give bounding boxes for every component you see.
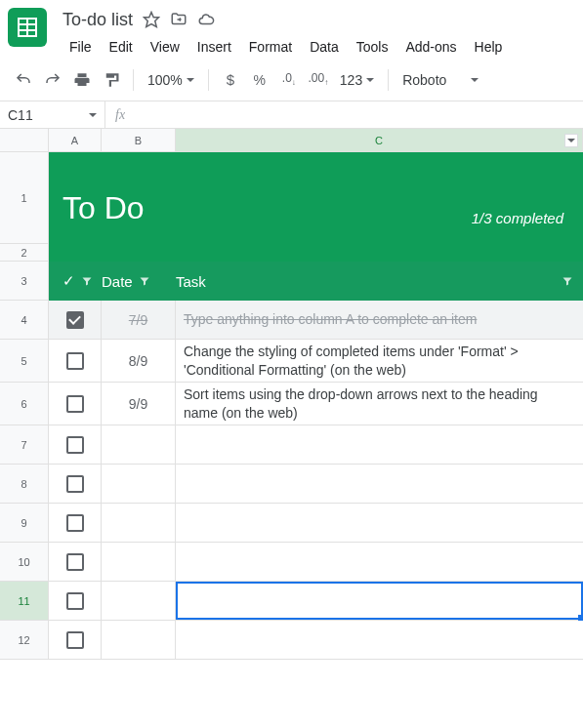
row-header-1[interactable]: 1 [0, 152, 49, 244]
cell-check[interactable] [49, 383, 102, 425]
row-header-6[interactable]: 6 [0, 383, 49, 425]
row-header-8[interactable]: 8 [0, 465, 49, 504]
format-percent-button[interactable]: % [246, 66, 273, 94]
menu-format[interactable]: Format [242, 35, 299, 59]
cell-check[interactable] [49, 543, 102, 581]
cell-date[interactable] [102, 621, 176, 659]
checkbox[interactable] [66, 553, 84, 571]
cell-date[interactable] [102, 582, 176, 620]
row-header-5[interactable]: 5 [0, 340, 49, 383]
table-row [49, 504, 583, 543]
cell-task[interactable]: Change the styling of completed items un… [176, 340, 583, 382]
completed-count: 1/3 completed [472, 210, 563, 226]
row-header-2[interactable]: 2 [0, 244, 49, 262]
row-header-7[interactable]: 7 [0, 425, 49, 465]
redo-button[interactable] [39, 66, 66, 94]
undo-button[interactable] [10, 66, 37, 94]
cell-task[interactable] [176, 504, 583, 542]
spacer-row[interactable] [49, 244, 583, 262]
sheet-title: To Do [62, 190, 145, 226]
cell-date[interactable]: 7/9 [102, 301, 176, 339]
menu-tools[interactable]: Tools [350, 35, 396, 59]
checkbox[interactable] [66, 475, 84, 493]
date-header: Date [102, 273, 133, 290]
cell-task[interactable] [176, 582, 583, 620]
cell-task[interactable]: Type anything into column A to complete … [176, 301, 583, 339]
cell-date[interactable] [102, 543, 176, 581]
format-currency-button[interactable]: $ [217, 66, 244, 94]
column-header-b[interactable]: B [102, 129, 176, 152]
name-box[interactable]: C11 [0, 101, 105, 128]
checkbox[interactable] [66, 514, 84, 532]
table-row [49, 621, 583, 660]
filter-icon[interactable] [139, 275, 150, 287]
cell-date[interactable]: 8/9 [102, 340, 176, 382]
cell-check[interactable] [49, 340, 102, 382]
cell-date[interactable] [102, 465, 176, 503]
task-header: Task [176, 273, 206, 290]
table-row: 8/9Change the styling of completed items… [49, 340, 583, 383]
checkbox[interactable] [66, 311, 84, 329]
cell-task[interactable] [176, 543, 583, 581]
menu-file[interactable]: File [62, 35, 99, 59]
fx-icon: fx [105, 107, 135, 123]
table-row [49, 543, 583, 582]
row-header-11[interactable]: 11 [0, 582, 49, 621]
cell-check[interactable] [49, 504, 102, 542]
cell-task[interactable] [176, 425, 583, 464]
star-icon[interactable] [143, 11, 160, 28]
cell-check[interactable] [49, 301, 102, 339]
row-header-9[interactable]: 9 [0, 504, 49, 543]
menu-help[interactable]: Help [468, 35, 510, 59]
zoom-select[interactable]: 100% [142, 72, 200, 88]
menu-view[interactable]: View [144, 35, 187, 59]
print-button[interactable] [68, 66, 96, 94]
row-header-12[interactable]: 12 [0, 621, 49, 660]
cell-check[interactable] [49, 465, 102, 503]
move-folder-icon[interactable] [170, 11, 187, 28]
checkbox[interactable] [66, 592, 84, 610]
font-select[interactable]: Roboto [396, 72, 484, 88]
cell-date[interactable] [102, 504, 176, 542]
cell-date[interactable] [102, 425, 176, 464]
formula-bar[interactable] [135, 101, 583, 128]
checkbox[interactable] [66, 352, 84, 370]
cell-check[interactable] [49, 621, 102, 659]
cell-task[interactable] [176, 465, 583, 503]
check-header: ✓ [62, 272, 75, 290]
table-row [49, 425, 583, 465]
table-row: 7/9Type anything into column A to comple… [49, 301, 583, 340]
cell-check[interactable] [49, 582, 102, 620]
menu-edit[interactable]: Edit [103, 35, 140, 59]
paint-format-button[interactable] [98, 66, 125, 94]
sheet-title-cell[interactable]: To Do 1/3 completed [49, 152, 583, 244]
filter-icon[interactable] [562, 275, 573, 287]
table-row: 9/9Sort items using the drop-down arrows… [49, 383, 583, 425]
decrease-decimal-button[interactable]: .0↓ [275, 66, 303, 94]
row-header-4[interactable]: 4 [0, 301, 49, 340]
checkbox[interactable] [66, 395, 84, 413]
menu-data[interactable]: Data [303, 35, 346, 59]
cell-date[interactable]: 9/9 [102, 383, 176, 425]
increase-decimal-button[interactable]: .00↑ [305, 66, 332, 94]
toolbar: 100% $ % .0↓ .00↑ 123 Roboto [0, 59, 583, 101]
column-header-c[interactable]: C [176, 129, 583, 152]
checkbox[interactable] [66, 436, 84, 454]
sheets-app-icon[interactable] [8, 8, 47, 47]
number-format-select[interactable]: 123 [334, 72, 380, 88]
document-title[interactable]: To-do list [62, 10, 133, 30]
column-dropdown-icon[interactable] [564, 134, 578, 147]
filter-icon[interactable] [81, 275, 93, 287]
cell-task[interactable]: Sort items using the drop-down arrows ne… [176, 383, 583, 425]
checkbox[interactable] [66, 631, 84, 649]
row-header-3[interactable]: 3 [0, 262, 49, 301]
menu-add-ons[interactable]: Add-ons [398, 35, 463, 59]
menubar: FileEditViewInsertFormatDataToolsAdd-ons… [62, 35, 575, 59]
column-header-a[interactable]: A [49, 129, 102, 152]
menu-insert[interactable]: Insert [190, 35, 238, 59]
row-header-10[interactable]: 10 [0, 543, 49, 582]
cloud-status-icon[interactable] [197, 11, 215, 28]
cell-task[interactable] [176, 621, 583, 659]
select-all-corner[interactable] [0, 129, 49, 152]
cell-check[interactable] [49, 425, 102, 464]
